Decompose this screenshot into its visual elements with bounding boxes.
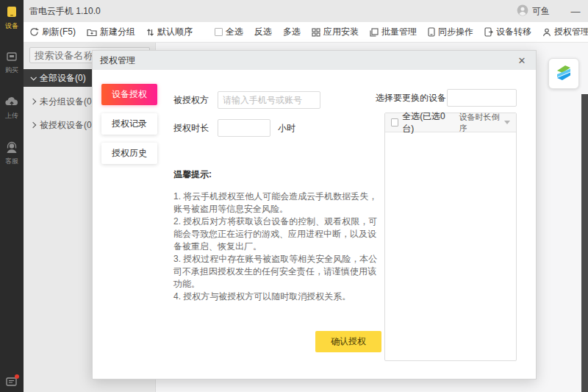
caret-down-icon	[504, 121, 510, 124]
grantee-input[interactable]	[218, 91, 320, 109]
new-group-button[interactable]: 新建分组	[87, 26, 135, 38]
sidebar: 设备 购买 上传 客服	[0, 0, 24, 392]
device-list-panel: 全选(已选0台) 设备时长倒序	[384, 113, 517, 361]
tree-item-label: 全部设备(0)	[40, 72, 86, 85]
refresh-icon	[29, 27, 39, 37]
shop-icon	[5, 50, 18, 63]
duration-label: 授权时长	[173, 119, 209, 137]
grantee-label: 被授权方	[173, 91, 209, 109]
checkbox-icon	[215, 28, 223, 36]
tips-title: 温馨提示:	[173, 168, 212, 181]
app-install-button[interactable]: 应用安装	[312, 26, 359, 38]
tip-item: 4. 授权方与被授权方可以随时取消授权关系。	[173, 291, 378, 303]
close-icon[interactable]: ✕	[515, 55, 528, 66]
folder-plus-icon	[87, 28, 97, 37]
duration-unit: 小时	[278, 119, 295, 137]
minimize-button[interactable]: —	[567, 6, 584, 17]
modal-title: 授权管理	[100, 54, 135, 67]
modal-header: 授权管理 ✕	[93, 51, 536, 70]
sort-label: 设备时长倒序	[459, 112, 502, 134]
confirm-auth-button[interactable]: 确认授权	[315, 331, 381, 352]
desktop-edge	[581, 94, 588, 392]
tip-item: 1. 将云手机授权至他人可能会造成云手机数据丢失，账号被盗用等信息安全风险。	[173, 190, 378, 215]
device-list-header: 全选(已选0台) 设备时长倒序	[385, 113, 516, 132]
multi-select-button[interactable]: 多选	[283, 26, 301, 38]
tab-auth-records[interactable]: 授权记录	[101, 113, 157, 135]
default-order-label: 默认顺序	[157, 26, 193, 38]
sidebar-item-upload[interactable]: 上传	[0, 91, 24, 124]
sidebar-item-support[interactable]: 客服	[0, 137, 24, 169]
tab-device-auth[interactable]: 设备授权	[101, 84, 157, 105]
device-transfer-button[interactable]: 设备转移	[484, 26, 531, 38]
username: 可鱼	[532, 5, 550, 18]
invert-select-button[interactable]: 反选	[254, 26, 272, 38]
sync-ops-label: 同步操作	[438, 26, 473, 38]
phone-transfer-icon	[484, 27, 493, 37]
tree-item-label: 被授权设备(0)	[40, 119, 95, 132]
device-phone-icon	[4, 4, 19, 19]
grid-icon	[312, 28, 320, 37]
auth-modal: 授权管理 ✕ 设备授权 授权记录 授权历史 被授权方 授权时长 小时 温馨提示:…	[92, 50, 537, 379]
refresh-label: 刷新(F5)	[42, 26, 76, 38]
titlebar: 雷电云手机 1.10.0 可鱼 —	[24, 0, 588, 22]
batch-manage-button[interactable]: 批量管理	[370, 26, 417, 38]
sidebar-item-buy[interactable]: 购买	[0, 46, 24, 78]
device-filter-input[interactable]	[447, 89, 517, 107]
device-select-label: 选择要更换的设备	[376, 89, 446, 107]
toolbar: 刷新(F5) 新建分组 默认顺序 全选 反选 多选 应用安装 批量管理 同步操作	[24, 22, 588, 43]
tree-item-label: 未分组设备(0)	[40, 96, 95, 108]
sidebar-item-messages[interactable]	[0, 377, 24, 392]
new-group-label: 新建分组	[100, 26, 135, 38]
sidebar-item-label: 购买	[5, 65, 18, 75]
phone-sync-icon	[428, 27, 435, 37]
floating-launcher-badge[interactable]	[548, 58, 579, 89]
tip-item: 2. 授权后对方将获取该台设备的控制、观看权限，可能会导致您正在运行的游戏、应用…	[173, 215, 378, 253]
chevron-right-icon	[30, 122, 36, 128]
s-logo-icon	[553, 63, 574, 85]
sort-dropdown[interactable]: 设备时长倒序	[459, 112, 510, 134]
select-all-devices-checkbox[interactable]	[391, 118, 398, 126]
sidebar-item-devices[interactable]: 设备	[0, 0, 24, 34]
app-title: 雷电云手机 1.10.0	[29, 5, 101, 18]
auth-manage-label: 授权管理	[554, 26, 588, 38]
user-menu[interactable]: 可鱼	[517, 4, 550, 18]
cloud-upload-icon	[4, 96, 19, 109]
chevron-right-icon	[30, 99, 36, 104]
refresh-button[interactable]: 刷新(F5)	[29, 26, 76, 38]
tab-auth-history[interactable]: 授权历史	[101, 143, 157, 164]
sync-ops-button[interactable]: 同步操作	[428, 26, 473, 38]
select-all-label: 全选	[226, 26, 243, 38]
select-all-devices-label: 全选(已选0台)	[402, 110, 451, 135]
tip-item: 3. 授权过程中存在账号被盗取等相关安全风险，本公司不承担因授权发生的任何安全责…	[173, 253, 378, 291]
auth-manage-button[interactable]: 授权管理	[542, 26, 588, 38]
app-install-label: 应用安装	[323, 26, 359, 38]
person-icon	[542, 28, 551, 37]
tips-list: 1. 将云手机授权至他人可能会造成云手机数据丢失，账号被盗用等信息安全风险。 2…	[173, 190, 378, 303]
invert-select-label: 反选	[254, 26, 272, 38]
notification-dot	[15, 374, 19, 379]
batch-manage-label: 批量管理	[381, 26, 417, 38]
duration-input[interactable]	[218, 119, 270, 137]
headset-icon	[4, 141, 19, 154]
sort-icon	[146, 28, 154, 37]
copy-icon	[370, 28, 379, 37]
default-order-button[interactable]: 默认顺序	[146, 26, 193, 38]
sidebar-item-label: 客服	[5, 157, 18, 166]
app-window: 设备 购买 上传 客服 雷电云手机 1.10.0	[0, 0, 588, 392]
sidebar-item-label: 上传	[5, 111, 18, 121]
device-transfer-label: 设备转移	[496, 26, 531, 38]
avatar-icon	[517, 4, 528, 18]
chevron-down-icon	[30, 74, 36, 80]
multi-select-label: 多选	[283, 26, 301, 38]
sidebar-item-label: 设备	[5, 21, 18, 31]
select-all-checkbox[interactable]: 全选	[215, 26, 243, 38]
